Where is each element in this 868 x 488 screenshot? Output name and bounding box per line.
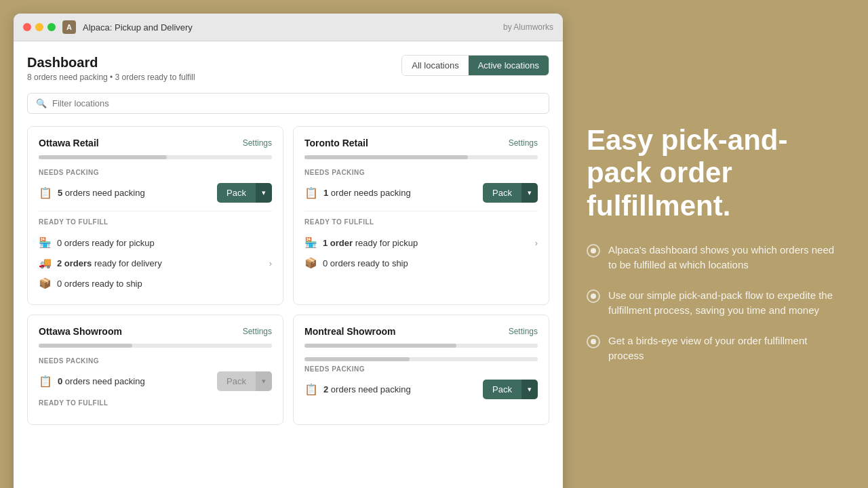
packing-count: 5 orders need packing (58, 188, 145, 198)
packing-icon: 📋 (39, 186, 52, 199)
fulfill-left: 🚚 2 orders ready for delivery (39, 257, 162, 269)
app-title: Alpaca: Pickup and Delivery (83, 22, 496, 33)
page-title: Dashboard (27, 55, 195, 70)
ready-to-fulfill-label: READY TO FULFILL (39, 399, 272, 407)
location-tabs: All locations Active locations (401, 55, 549, 76)
hero-title: Easy pick-and-pack order fulfillment. (587, 124, 844, 222)
packing-count: 1 order needs packing (323, 188, 411, 198)
settings-link[interactable]: Settings (243, 138, 272, 148)
dashboard-subtitle: 8 orders need packing • 3 orders ready t… (27, 73, 195, 82)
search-input[interactable] (52, 98, 540, 108)
packing-row: 📋 1 order needs packing Pack ▾ (304, 183, 538, 203)
search-icon: 🔍 (36, 98, 47, 108)
needs-packing-label: NEEDS PACKING (304, 365, 538, 373)
fulfill-row-delivery[interactable]: 🚚 2 orders ready for delivery › (39, 253, 272, 273)
chevron-right-icon: › (535, 238, 538, 248)
feature-item-3: Get a birds-eye view of your order fulfi… (587, 333, 844, 364)
feature-bullet-inner (591, 248, 596, 253)
pack-button[interactable]: Pack (217, 183, 256, 203)
features-list: Alpaca's dashboard shows you which order… (587, 243, 844, 364)
packing-row: 📋 5 orders need packing Pack ▾ (39, 183, 272, 203)
ship-icon: 📦 (304, 257, 317, 269)
fulfill-left: 🏪 0 orders ready for pickup (39, 237, 155, 249)
title-bar: A Alpaca: Pickup and Delivery by Alumwor… (14, 14, 563, 41)
pack-btn-group: Pack ▾ (217, 183, 272, 203)
location-name: Montreal Showroom (304, 326, 396, 337)
packing-count: 2 orders need packing (323, 384, 411, 394)
pack-btn-group: Pack ▾ (483, 380, 538, 399)
by-label: by Alumworks (503, 22, 553, 32)
pack-btn-group: Pack ▾ (483, 183, 538, 203)
location-name: Toronto Retail (304, 138, 368, 148)
ready-to-fulfill-label: READY TO FULFILL (39, 218, 272, 226)
pack-button-disabled: Pack (217, 371, 256, 391)
location-card-ottawa-showroom: Ottawa Showroom Settings NEEDS PACKING 📋… (27, 314, 283, 425)
feature-text-3: Get a birds-eye view of your order fulfi… (608, 333, 844, 364)
ready-to-fulfill-label: READY TO FULFILL (304, 218, 538, 226)
fulfill-left: 📦 0 orders ready to ship (39, 277, 142, 289)
feature-bullet-1 (587, 244, 600, 258)
fulfill-left: 📦 0 orders ready to ship (304, 257, 408, 269)
feature-bullet-inner (591, 339, 596, 344)
location-name: Ottawa Retail (39, 138, 99, 148)
feature-text-1: Alpaca's dashboard shows you which order… (608, 243, 844, 273)
packing-count: 0 orders need packing (58, 376, 145, 386)
packing-info: 📋 5 orders need packing (39, 186, 145, 199)
location-card-toronto-retail: Toronto Retail Settings NEEDS PACKING 📋 … (293, 126, 549, 305)
pickup-text: 1 order ready for pickup (323, 238, 418, 248)
dashboard-header: Dashboard 8 orders need packing • 3 orde… (27, 55, 549, 82)
browser-content: Dashboard 8 orders need packing • 3 orde… (14, 41, 563, 488)
pack-dropdown[interactable]: ▾ (521, 380, 538, 399)
settings-link[interactable]: Settings (243, 327, 272, 336)
location-card-ottawa-retail: Ottawa Retail Settings NEEDS PACKING 📋 5… (27, 126, 283, 305)
feature-item-1: Alpaca's dashboard shows you which order… (587, 243, 844, 273)
card-header: Ottawa Showroom Settings (39, 326, 272, 337)
pickup-icon: 🏪 (39, 237, 52, 249)
feature-text-2: Use our simple pick-and-pack flow to exp… (608, 288, 844, 319)
pack-button[interactable]: Pack (483, 380, 521, 399)
pack-button[interactable]: Pack (483, 183, 521, 203)
app-logo: A (62, 20, 76, 34)
packing-icon: 📋 (39, 375, 52, 388)
divider (39, 211, 272, 211)
right-panel: Easy pick-and-pack order fulfillment. Al… (563, 0, 868, 488)
needs-packing-label: NEEDS PACKING (39, 169, 272, 176)
maximize-button[interactable] (47, 23, 56, 31)
ship-icon: 📦 (39, 277, 52, 289)
second-progress-bar-container (304, 357, 538, 361)
settings-link[interactable]: Settings (509, 327, 538, 336)
feature-item-2: Use our simple pick-and-pack flow to exp… (587, 288, 844, 319)
chevron-right-icon: › (269, 258, 272, 268)
divider (304, 211, 538, 211)
tab-all-locations[interactable]: All locations (402, 56, 468, 75)
progress-bar (304, 344, 456, 348)
location-name: Ottawa Showroom (39, 326, 122, 337)
fulfill-row-pickup: 🏪 0 orders ready for pickup (39, 232, 272, 253)
settings-link[interactable]: Settings (509, 138, 538, 148)
progress-bar-container (304, 344, 538, 348)
packing-icon: 📋 (304, 186, 318, 199)
card-header: Toronto Retail Settings (304, 138, 538, 148)
pack-dropdown[interactable]: ▾ (521, 183, 538, 203)
feature-bullet-2 (587, 289, 600, 303)
packing-info: 📋 2 orders need packing (304, 383, 411, 396)
close-button[interactable] (23, 23, 31, 31)
pickup-text: 0 orders ready for pickup (57, 238, 155, 248)
fulfill-row-pickup[interactable]: 🏪 1 order ready for pickup › (304, 232, 538, 253)
progress-bar (39, 344, 132, 348)
packing-row: 📋 0 orders need packing Pack ▾ (39, 371, 272, 391)
ship-text: 0 orders ready to ship (57, 279, 142, 289)
pack-dropdown[interactable]: ▾ (256, 183, 272, 203)
fulfill-row-ship: 📦 0 orders ready to ship (304, 253, 538, 273)
progress-bar-container (39, 155, 272, 159)
ship-text: 0 orders ready to ship (323, 258, 408, 268)
pack-dropdown-disabled: ▾ (256, 371, 272, 391)
locations-grid: Ottawa Retail Settings NEEDS PACKING 📋 5… (27, 126, 549, 425)
minimize-button[interactable] (35, 23, 43, 31)
tab-active-locations[interactable]: Active locations (469, 56, 549, 75)
delivery-text: 2 orders ready for delivery (57, 258, 162, 268)
second-progress-bar (304, 357, 410, 361)
progress-bar-container (304, 155, 538, 159)
needs-packing-label: NEEDS PACKING (39, 357, 272, 365)
fulfill-row-ship: 📦 0 orders ready to ship (39, 273, 272, 293)
